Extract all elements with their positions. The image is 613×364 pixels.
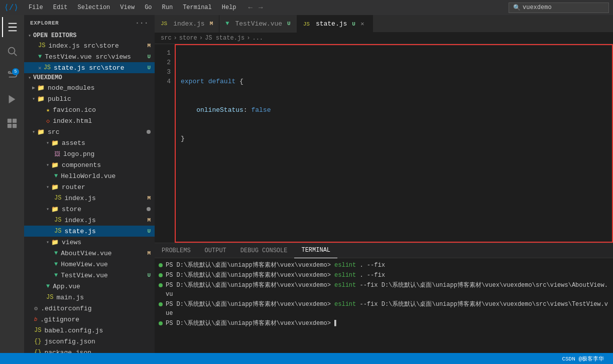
sidebar-item-babel-config[interactable]: JS babel.config.js bbox=[24, 325, 155, 336]
file-name-label: state.js src\store bbox=[54, 64, 145, 72]
js-file-icon: JS bbox=[44, 64, 51, 71]
sidebar-item-components[interactable]: ▾ 📁 components bbox=[24, 159, 155, 170]
sidebar-item-editorconfig[interactable]: ⚙ .editorconfig bbox=[24, 303, 155, 314]
untracked-badge: U bbox=[147, 272, 151, 278]
menu-help[interactable]: Help bbox=[218, 3, 240, 12]
nav-forward-icon[interactable]: → bbox=[257, 3, 265, 13]
sidebar-item-helloworld-vue[interactable]: ▼ HelloWorld.vue bbox=[24, 170, 155, 181]
folder-arrow: ▾ bbox=[46, 140, 49, 146]
sidebar-item-homeview-vue[interactable]: ▼ HomeView.vue bbox=[24, 259, 155, 270]
open-editor-state-js[interactable]: ✕ JS state.js src\store U bbox=[24, 62, 155, 73]
star-icon: ★ bbox=[46, 106, 50, 114]
terminal-line-1: PS D:\系统默认\桌面\uniapp博客素材\vuex\vuexdemo> … bbox=[159, 260, 609, 270]
sidebar-item-gitignore[interactable]: 𝘣 .gitignore bbox=[24, 314, 155, 325]
menu-selection[interactable]: Selection bbox=[74, 3, 114, 12]
sidebar-item-views[interactable]: ▾ 📁 views bbox=[24, 237, 155, 248]
terminal-text: PS D:\系统默认\桌面\uniapp博客素材\vuex\vuexdemo> … bbox=[166, 271, 385, 280]
editor-area: JS index.js M ▼ TestView.vue U JS state.… bbox=[155, 15, 613, 353]
tab-testview-vue[interactable]: ▼ TestView.vue U bbox=[219, 15, 297, 33]
title-search-bar[interactable]: 🔍 vuexdemo bbox=[509, 3, 609, 13]
watermark-text: CSDN @极客李华 bbox=[559, 355, 607, 362]
folder-icon: 📁 bbox=[37, 95, 45, 103]
tab-close-icon[interactable]: ✕ bbox=[358, 20, 366, 28]
folder-name: node_modules bbox=[48, 84, 151, 92]
close-file-icon[interactable]: ✕ bbox=[38, 65, 42, 71]
vue-icon: ▼ bbox=[46, 283, 50, 290]
file-name: logo.png bbox=[63, 150, 151, 158]
breadcrumb-sep: › bbox=[247, 35, 250, 42]
sidebar-item-logo-png[interactable]: 🖼 logo.png bbox=[24, 148, 155, 159]
sidebar-item-package-json[interactable]: {} package.json bbox=[24, 347, 155, 353]
menu-go[interactable]: Go bbox=[141, 3, 156, 12]
folder-name: store bbox=[62, 206, 147, 213]
activity-run[interactable] bbox=[2, 89, 22, 109]
sidebar-item-main-js[interactable]: JS main.js bbox=[24, 292, 155, 303]
sidebar-item-favicon[interactable]: ★ favicon.ico bbox=[24, 104, 155, 115]
project-header[interactable]: ▾ VUEXDEMO bbox=[24, 73, 155, 82]
sidebar-item-store-index-js[interactable]: JS index.js M bbox=[24, 215, 155, 226]
json-icon: {} bbox=[34, 349, 41, 353]
open-editor-index-js[interactable]: JS index.js src\store M bbox=[24, 40, 155, 51]
tab-label: state.js bbox=[316, 20, 347, 28]
sidebar-item-store-state-js[interactable]: JS state.js U bbox=[24, 226, 155, 237]
nav-back-icon[interactable]: ← bbox=[247, 3, 255, 13]
sidebar-header: EXPLORER ··· bbox=[24, 15, 155, 31]
open-editor-testview-vue[interactable]: ▼ TestView.vue src\views U bbox=[24, 51, 155, 62]
tab-index-js[interactable]: JS index.js M bbox=[155, 15, 219, 33]
file-name: index.js bbox=[64, 195, 145, 202]
panel-tab-output[interactable]: OUTPUT bbox=[198, 243, 233, 258]
config-icon: ⚙ bbox=[34, 305, 38, 312]
sidebar-item-testview-vue[interactable]: ▼ TestView.vue U bbox=[24, 270, 155, 281]
tab-state-js[interactable]: JS state.js U ✕ bbox=[297, 15, 373, 33]
vue-icon: ▼ bbox=[54, 261, 58, 268]
panel-tab-terminal[interactable]: TERMINAL bbox=[294, 243, 337, 258]
line-number-2: 2 bbox=[155, 58, 171, 67]
sidebar-item-node-modules[interactable]: ▶ 📁 node_modules bbox=[24, 82, 155, 93]
activity-search[interactable] bbox=[2, 41, 22, 61]
terminal-line-5: PS D:\系统默认\桌面\uniapp博客素材\vuex\vuexdemo> … bbox=[159, 318, 609, 328]
sidebar-item-public[interactable]: ▾ 📁 public bbox=[24, 93, 155, 104]
panel-tabs: PROBLEMS OUTPUT DEBUG CONSOLE TERMINAL bbox=[155, 243, 613, 258]
sidebar-item-router[interactable]: ▾ 📁 router bbox=[24, 181, 155, 193]
js-tab-icon: JS bbox=[161, 21, 167, 27]
code-editor[interactable]: 1 2 3 4 export default { onlineStatus: f… bbox=[155, 44, 613, 243]
sidebar-item-aboutview-vue[interactable]: ▼ AboutView.vue M bbox=[24, 248, 155, 259]
sidebar-item-store[interactable]: ▾ 📁 store bbox=[24, 204, 155, 215]
vue-icon: ▼ bbox=[54, 250, 58, 257]
file-name-label: index.js src\store bbox=[48, 42, 145, 50]
breadcrumb-sep: › bbox=[199, 35, 203, 42]
activity-source-control[interactable]: 5 bbox=[2, 65, 22, 85]
sidebar-item-src[interactable]: ▾ 📁 src bbox=[24, 126, 155, 137]
terminal-dot-icon bbox=[159, 273, 163, 277]
sidebar-item-router-index-js[interactable]: JS index.js M bbox=[24, 193, 155, 204]
json-icon: {} bbox=[34, 338, 41, 345]
sidebar-more-icon[interactable]: ··· bbox=[135, 19, 149, 27]
code-line-2: onlineStatus: false bbox=[181, 105, 607, 115]
sidebar-item-jsconfig-json[interactable]: {} jsconfig.json bbox=[24, 336, 155, 347]
breadcrumb-sep: › bbox=[174, 35, 177, 42]
activity-explorer[interactable] bbox=[2, 17, 22, 37]
svg-point-0 bbox=[9, 48, 15, 54]
file-name: jsconfig.json bbox=[44, 338, 151, 345]
panel-tab-problems[interactable]: PROBLEMS bbox=[155, 243, 198, 258]
menu-edit[interactable]: Edit bbox=[49, 3, 72, 12]
panel-tab-debug-console[interactable]: DEBUG CONSOLE bbox=[233, 243, 295, 258]
sidebar-item-app-vue[interactable]: ▼ App.vue bbox=[24, 281, 155, 292]
file-name: TestView.vue bbox=[61, 272, 145, 279]
open-editors-header[interactable]: ▾ OPEN EDITORS bbox=[24, 31, 155, 40]
sidebar-item-index-html[interactable]: ◇ index.html bbox=[24, 115, 155, 126]
menu-bar: File Edit Selection View Go Run Terminal… bbox=[25, 3, 240, 12]
tab-label: index.js bbox=[173, 20, 204, 28]
search-text: vuexdemo bbox=[523, 4, 552, 11]
menu-run[interactable]: Run bbox=[158, 3, 177, 12]
terminal-dot-icon bbox=[159, 302, 163, 306]
open-editors-arrow: ▾ bbox=[28, 33, 31, 39]
vue-file-icon: ▼ bbox=[38, 53, 42, 60]
menu-view[interactable]: View bbox=[116, 3, 139, 12]
sidebar-item-assets[interactable]: ▾ 📁 assets bbox=[24, 137, 155, 148]
menu-file[interactable]: File bbox=[25, 3, 47, 12]
activity-extensions[interactable] bbox=[2, 113, 22, 133]
menu-terminal[interactable]: Terminal bbox=[179, 3, 216, 12]
file-name: AboutView.vue bbox=[61, 250, 145, 257]
tab-bar: JS index.js M ▼ TestView.vue U JS state.… bbox=[155, 15, 613, 33]
